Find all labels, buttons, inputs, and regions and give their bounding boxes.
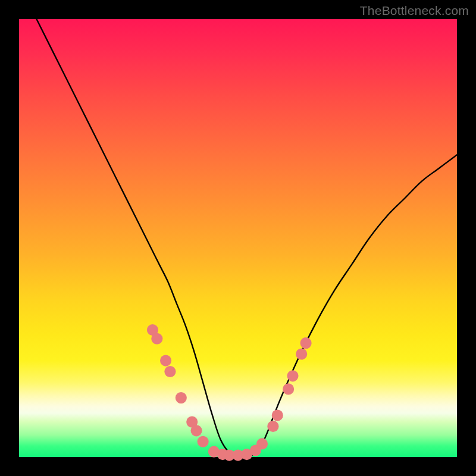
data-point bbox=[198, 436, 209, 447]
data-point bbox=[160, 355, 171, 367]
data-point bbox=[256, 438, 268, 449]
plot-area bbox=[19, 19, 457, 457]
data-point bbox=[287, 370, 298, 381]
watermark-text: TheBottleneck.com bbox=[360, 4, 469, 18]
data-point bbox=[283, 383, 294, 394]
data-point bbox=[151, 333, 162, 345]
chart-overlay bbox=[19, 19, 457, 457]
curve-line bbox=[36, 19, 457, 458]
data-point bbox=[296, 348, 307, 359]
data-point bbox=[300, 337, 312, 349]
data-point bbox=[176, 392, 187, 403]
data-point bbox=[164, 366, 176, 377]
data-point bbox=[267, 421, 278, 432]
data-point bbox=[191, 425, 202, 436]
chart-frame: TheBottleneck.com bbox=[0, 0, 476, 476]
data-point bbox=[272, 410, 283, 421]
